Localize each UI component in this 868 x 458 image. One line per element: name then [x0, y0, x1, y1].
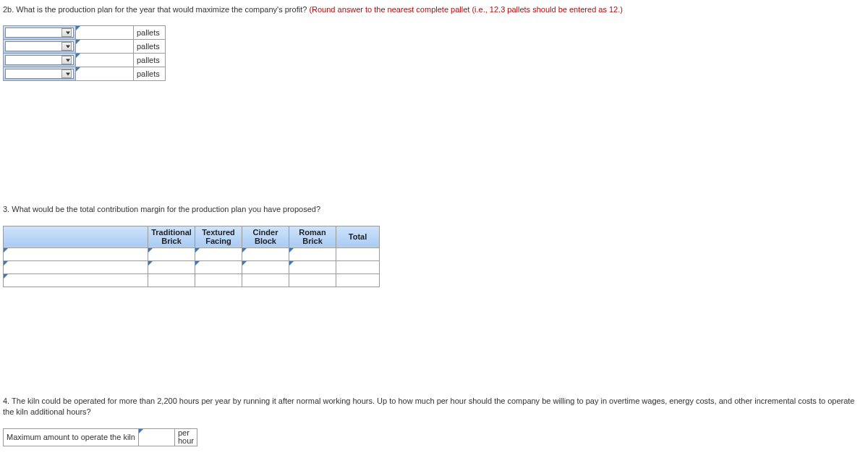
- unit-label: pallets: [134, 40, 166, 54]
- q4-unit: per hour: [174, 428, 197, 446]
- unit-label: pallets: [134, 26, 166, 40]
- pallets-input-3[interactable]: [76, 54, 134, 67]
- pallets-input-4[interactable]: [76, 67, 134, 81]
- col-roman: Roman Brick: [289, 226, 336, 247]
- pallets-input-2[interactable]: [76, 40, 134, 54]
- q3-r3-c4[interactable]: [289, 274, 336, 287]
- product-select-1[interactable]: [4, 26, 76, 40]
- q3-r1-total[interactable]: [336, 248, 380, 261]
- q3-r2-c1[interactable]: [148, 261, 195, 274]
- question-4: 4. The kiln could be operated for more t…: [3, 396, 865, 418]
- q3-r2-c2[interactable]: [195, 261, 242, 274]
- q3-r2-total[interactable]: [336, 261, 380, 274]
- table-3: Traditional Brick Textured Facing Cinder…: [3, 226, 380, 287]
- question-4-text: The kiln could be operated for more than…: [3, 396, 854, 416]
- question-3: 3. What would be the total contribution …: [3, 204, 865, 215]
- col-total: Total: [336, 226, 380, 247]
- q4-amount-input[interactable]: [138, 428, 174, 446]
- q3-row1-label[interactable]: [4, 248, 148, 261]
- pallets-input-1[interactable]: [76, 26, 134, 40]
- col-textured: Textured Facing: [195, 226, 242, 247]
- q3-r3-total[interactable]: [336, 274, 380, 287]
- unit-label: pallets: [134, 54, 166, 67]
- q4-row-label: Maximum amount to operate the kiln: [4, 428, 139, 446]
- product-select-4[interactable]: [4, 67, 76, 81]
- q3-r2-c4[interactable]: [289, 261, 336, 274]
- col-traditional: Traditional Brick: [148, 226, 195, 247]
- question-2b-hint: (Round answer to the nearest complete pa…: [309, 5, 623, 14]
- question-4-number: 4.: [3, 396, 9, 405]
- q3-r3-c2[interactable]: [195, 274, 242, 287]
- question-2b: 2b. What is the production plan for the …: [3, 4, 865, 15]
- q3-r3-c1[interactable]: [148, 274, 195, 287]
- q3-r3-c3[interactable]: [242, 274, 289, 287]
- table-2b: pallets pallets pallets pallets: [3, 25, 166, 81]
- question-2b-number: 2b.: [3, 5, 14, 14]
- q3-r1-c3[interactable]: [242, 248, 289, 261]
- q3-row2-label[interactable]: [4, 261, 148, 274]
- q3-row3-label[interactable]: [4, 274, 148, 287]
- q3-r1-c4[interactable]: [289, 248, 336, 261]
- product-select-3[interactable]: [4, 54, 76, 67]
- q3-r1-c2[interactable]: [195, 248, 242, 261]
- col-cinder: Cinder Block: [242, 226, 289, 247]
- row-header-blank: [4, 226, 148, 247]
- unit-label: pallets: [134, 67, 166, 81]
- q3-r1-c1[interactable]: [148, 248, 195, 261]
- question-3-number: 3.: [3, 205, 9, 213]
- product-select-2[interactable]: [4, 40, 76, 54]
- question-3-text: What would be the total contribution mar…: [12, 205, 320, 213]
- table-4: Maximum amount to operate the kiln per h…: [3, 428, 197, 446]
- question-2b-text: What is the production plan for the year…: [16, 5, 307, 14]
- q3-r2-c3[interactable]: [242, 261, 289, 274]
